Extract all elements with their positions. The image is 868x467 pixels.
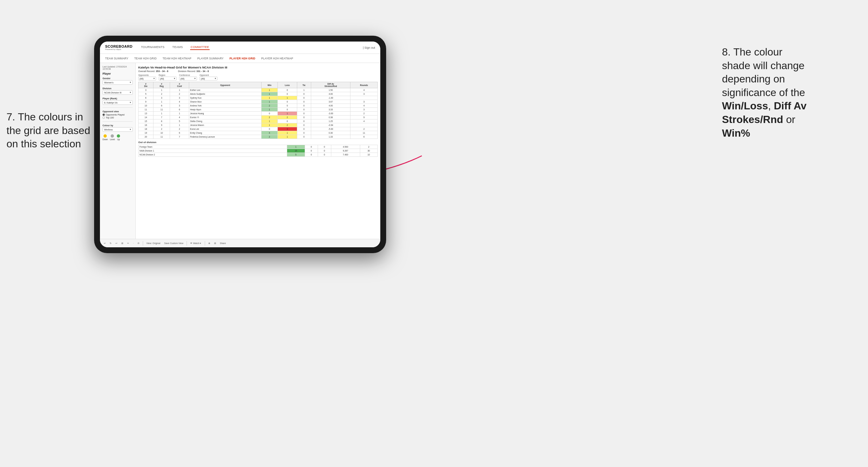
gender-select[interactable]: Women's ▾ <box>102 80 133 85</box>
radio-opponents-played[interactable]: Opponents Played <box>102 114 133 116</box>
legend-dot-down <box>103 134 107 137</box>
cell-tie: 0 <box>297 108 311 112</box>
cell-reg: 2 <box>153 127 170 131</box>
opponent-filter-select[interactable]: (All)▾ <box>199 76 217 81</box>
toolbar-grid[interactable]: ⊞ <box>120 242 125 245</box>
nav-teams[interactable]: TEAMS <box>172 45 184 50</box>
cell-conf: 3 <box>170 104 189 108</box>
cell-opponent: Sharon Mun <box>189 100 261 104</box>
legend-dot-up <box>117 134 120 137</box>
toolbar-redo[interactable]: ↻ <box>108 242 113 245</box>
cell-diff: 3.33 <box>311 108 350 112</box>
cell-loss: 0 <box>278 88 297 92</box>
subnav-player-h2h-heatmap[interactable]: PLAYER H2H HEATMAP <box>261 57 293 60</box>
annotation-left-line3: on this selection <box>6 138 81 150</box>
cell-tie: 1 <box>297 88 311 92</box>
cell-tie: 0 <box>297 96 311 100</box>
ood-cell-diff: 7.400 <box>331 153 360 157</box>
table-row: 16 9 1 Jessica Mason 1 2 0 -0.94 <box>138 123 378 127</box>
toolbar-sep2 <box>187 241 187 246</box>
cell-conf: 1 <box>170 112 189 116</box>
player-rank-value: 8. Katelyn Vo <box>104 101 118 104</box>
table-row: 15 8 5 Stella Cheng 1 0 0 1.25 4 <box>138 119 378 123</box>
toolbar-watch[interactable]: 👁 Watch ▾ <box>189 242 203 245</box>
toolbar-plus[interactable]: ⊕ <box>207 242 212 245</box>
toolbar-share[interactable]: Share <box>219 242 227 245</box>
subnav-team-summary[interactable]: TEAM SUMMARY <box>105 57 128 60</box>
annotation-bold-diff: Diff Av <box>774 100 807 112</box>
cell-loss: 0 <box>278 108 297 112</box>
conference-filter-label: Conference <box>179 74 197 76</box>
cell-loss: 0 <box>278 100 297 104</box>
cell-win: 0 <box>261 112 277 116</box>
toolbar-view-original[interactable]: View: Original <box>145 242 162 245</box>
sign-out-link[interactable]: | Sign out <box>363 46 375 49</box>
tablet-frame: SCOREBOARD Powered by clippd TOURNAMENTS… <box>94 36 386 253</box>
nav-tournaments[interactable]: TOURNAMENTS <box>140 45 165 50</box>
cell-div: 5 <box>138 92 153 96</box>
ood-cell-tie: 0 <box>318 153 331 157</box>
radio-top100[interactable]: Top 100 <box>102 117 133 119</box>
subnav-player-summary[interactable]: PLAYER SUMMARY <box>197 57 224 60</box>
nav-committee[interactable]: COMMITTEE <box>190 45 210 50</box>
annotation-right: 8. The colour shade will change dependin… <box>722 45 858 140</box>
legend-text-up: Up <box>117 138 120 141</box>
annotation-right-line2: shade will change <box>722 60 804 71</box>
toolbar-dot[interactable]: · <box>132 242 135 245</box>
cell-reg: 3 <box>153 96 170 100</box>
subnav-team-h2h-grid[interactable]: TEAM H2H GRID <box>134 57 157 60</box>
cell-loss: 0 <box>278 104 297 108</box>
region-filter-select[interactable]: (All)▾ <box>159 76 177 81</box>
toolbar-cut[interactable]: ✂ <box>126 242 130 245</box>
cell-opponent: Jessica Huang <box>189 112 261 116</box>
cell-opponent: Sydney Kuo <box>189 96 261 100</box>
cell-tie: 0 <box>297 119 311 123</box>
colour-by-select[interactable]: Win/loss ▾ <box>102 127 133 132</box>
cell-conf: 7 <box>170 135 189 139</box>
subnav-player-h2h-grid[interactable]: PLAYER H2H GRID <box>229 57 255 60</box>
player-heading: Player <box>102 72 133 75</box>
cell-tie: 0 <box>297 131 311 135</box>
radio-dot-played <box>102 114 105 116</box>
division-value: NCAA Division III <box>104 92 121 94</box>
player-rank-select[interactable]: 8. Katelyn Vo ▾ <box>102 100 133 105</box>
ood-cell-rounds: 30 <box>360 149 377 153</box>
division-select[interactable]: NCAA Division III ▾ <box>102 90 133 95</box>
cell-loss: 0 <box>278 119 297 123</box>
toolbar-undo[interactable]: ↩ <box>102 242 107 245</box>
radio-label-played: Opponents Played <box>106 114 125 116</box>
table-row: 13 1 1 Jessica Huang 0 1 0 -3.00 2 <box>138 112 378 116</box>
cell-loss: 1 <box>278 112 297 116</box>
toolbar-refresh[interactable]: ⟳ <box>136 242 141 245</box>
table-row: 6 3 3 Sydney Kuo 1 1 0 -1.00 <box>138 96 378 100</box>
cell-div: 11 <box>138 108 153 112</box>
main-nav: TOURNAMENTS TEAMS COMMITTEE <box>140 45 363 50</box>
overall-record-value: 353 - 34 - 6 <box>156 70 168 73</box>
cell-tie: 0 <box>297 127 311 131</box>
toolbar-undo2[interactable]: ↩ <box>114 242 119 245</box>
cell-rounds: 4 <box>350 119 378 123</box>
radio-dot-top100 <box>102 117 105 119</box>
cell-win: 1 <box>261 108 277 112</box>
annotation-strokes: Strokes/Rnd <box>722 114 783 125</box>
toolbar-grid2[interactable]: ⊞ <box>213 242 217 245</box>
cell-opponent: Emily Chang <box>189 131 261 135</box>
legend: Down Level Up <box>102 134 133 141</box>
cell-div: 16 <box>138 123 153 127</box>
ood-cell-tie: 0 <box>318 149 331 153</box>
toolbar-save-custom[interactable]: Save Custom View <box>163 242 185 245</box>
opponents-filter-select[interactable]: (All)▾ <box>138 76 156 81</box>
th-opponent: Opponent <box>189 82 261 88</box>
cell-diff: 1.25 <box>311 119 350 123</box>
legend-down: Down <box>102 134 108 141</box>
cell-rounds: 3 <box>350 100 378 104</box>
last-updated: Last Updated: 27/03/2024 16:55:38 <box>102 66 133 70</box>
conference-filter-select[interactable]: (All)▾ <box>179 76 197 81</box>
ood-cell-loss: 0 <box>305 153 318 157</box>
subnav-team-h2h-heatmap[interactable]: TEAM H2H HEATMAP <box>162 57 191 60</box>
filters-row: Opponents: (All)▾ Region (All)▾ Conferen… <box>138 74 378 81</box>
ood-cell-win: 15 <box>287 149 305 153</box>
cell-div: 19 <box>138 131 153 135</box>
toolbar-sep1 <box>143 241 143 246</box>
opponent-view-section: Opponent view Opponents Played Top 100 <box>102 110 133 119</box>
